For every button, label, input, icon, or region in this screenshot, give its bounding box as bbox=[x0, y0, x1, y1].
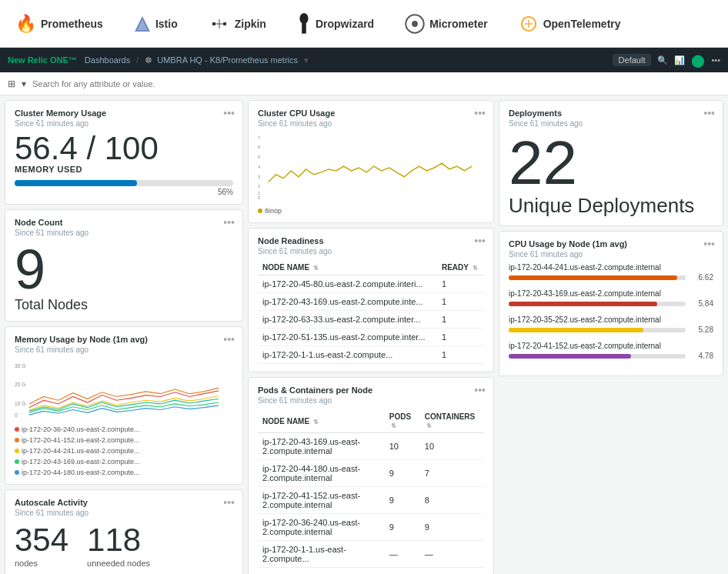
cpu-value: 5.28 bbox=[690, 325, 713, 334]
svg-text:0: 0 bbox=[258, 195, 261, 200]
cpu-value: 6.62 bbox=[690, 273, 713, 282]
svg-point-6 bbox=[299, 13, 308, 24]
cpu-bar-row: 6.62 bbox=[509, 273, 713, 282]
cpu-bar-bg bbox=[509, 328, 686, 332]
node-readiness-menu[interactable]: ••• bbox=[474, 235, 486, 247]
cpu-bar-row: 5.84 bbox=[509, 299, 713, 308]
table-row: ip-172-20-41-152.us-east-2.compute.inter… bbox=[258, 487, 484, 514]
pods-containers-title: Pods & Containers per Node bbox=[258, 385, 484, 395]
default-button[interactable]: Default bbox=[613, 54, 652, 66]
nav-prometheus[interactable]: UMBRA HQ - K8/Prometheus metrics bbox=[157, 55, 298, 65]
table-row: ip-172-20-43-169.us-east-2.compute.inte.… bbox=[258, 293, 484, 311]
table-row: ip-172-20-51-135.us-east-2.compute.inter… bbox=[258, 329, 484, 346]
search-icon[interactable]: 🔍 bbox=[657, 55, 668, 65]
col-pods-node[interactable]: NODE NAME ⇅ bbox=[258, 409, 385, 433]
cpu-node-menu[interactable]: ••• bbox=[703, 238, 715, 250]
filter-icon[interactable]: ⊞ bbox=[8, 78, 15, 89]
memory-node-card: Memory Usage by Node (1m avg) Since 61 m… bbox=[5, 326, 243, 485]
memory-node-menu[interactable]: ••• bbox=[223, 333, 235, 345]
node-name: ip-172-20-1-1.us-east-2.compute... bbox=[258, 346, 437, 364]
cluster-cpu-menu[interactable]: ••• bbox=[474, 107, 486, 119]
svg-text:4: 4 bbox=[258, 165, 261, 169]
search-input[interactable] bbox=[32, 79, 720, 88]
pods-count: 9 bbox=[385, 487, 420, 514]
memory-progress-bg bbox=[15, 180, 233, 186]
cluster-memory-title: Cluster Memory Usage bbox=[15, 108, 233, 118]
pods-count: 9 bbox=[385, 460, 420, 487]
svg-text:0: 0 bbox=[15, 412, 18, 418]
micrometer-icon bbox=[405, 14, 425, 34]
node-count-card: Node Count Since 61 minutes ago ••• 9 To… bbox=[5, 209, 243, 322]
col-ready[interactable]: READY ⇅ bbox=[437, 260, 484, 275]
istio-label: Istio bbox=[155, 18, 178, 30]
legend-item-4: ip-172-20-43-169.us-east-2.compute... bbox=[15, 458, 140, 466]
cluster-memory-subtitle: Since 61 minutes ago bbox=[15, 119, 233, 128]
zipkin-logo: Zipkin bbox=[209, 15, 266, 32]
cpu-bar-row: 5.28 bbox=[509, 325, 713, 334]
node-ready: 1 bbox=[437, 329, 484, 346]
opentelemetry-logo: OpenTelemetry bbox=[519, 14, 621, 34]
autoscale-menu[interactable]: ••• bbox=[223, 496, 235, 509]
cluster-cpu-chart: 7 6 5 4 3 2 1 0 04:50 PM 05:00 PM 05:10 … bbox=[258, 132, 484, 202]
node-count-value: 9 bbox=[15, 242, 233, 297]
node-count-subtitle: Since 61 minutes ago bbox=[15, 229, 233, 237]
cpu-bar-fill bbox=[509, 275, 677, 280]
autoscale-subtitle: Since 61 minutes ago bbox=[15, 509, 233, 517]
cluster-memory-menu[interactable]: ••• bbox=[223, 107, 235, 119]
zipkin-icon bbox=[209, 15, 230, 32]
cluster-cpu-subtitle: Since 61 minutes ago bbox=[258, 119, 484, 128]
table-row: ip-172-20-36-240.us-east-2.compute.inter… bbox=[258, 514, 484, 541]
node-count-menu[interactable]: ••• bbox=[223, 216, 235, 229]
nav-icon-k8: ☸ bbox=[145, 55, 152, 65]
node-readiness-title: Node Readiness bbox=[258, 236, 484, 245]
chart-icon[interactable]: 📊 bbox=[674, 55, 685, 65]
containers-count: 7 bbox=[420, 460, 484, 487]
cpu-node-card: CPU Usage by Node (1m avg) Since 61 minu… bbox=[499, 231, 723, 376]
deployments-label: Unique Deployments bbox=[509, 194, 713, 218]
autoscale-nodes: 354 nodes bbox=[15, 522, 68, 568]
legend-item-2: ip-172-20-41-152.us-east-2.compute... bbox=[15, 436, 140, 444]
cpu-bar-fill bbox=[509, 354, 631, 359]
svg-point-2 bbox=[212, 22, 215, 25]
cpu-node-name: ip-172-20-44-241.us-east-2.compute.inter… bbox=[509, 263, 713, 272]
node-name: ip-172-20-63-33.us-east-2.compute.inter.… bbox=[258, 311, 437, 329]
micrometer-logo: Micrometer bbox=[405, 14, 487, 34]
memory-node-title: Memory Usage by Node (1m avg) bbox=[15, 335, 233, 344]
memory-progress-label: 56% bbox=[15, 188, 233, 196]
col-pods[interactable]: PODS ⇅ bbox=[385, 409, 420, 433]
cpu-node-subtitle: Since 61 minutes ago bbox=[509, 250, 713, 259]
dropwizard-icon bbox=[297, 13, 311, 35]
cpu-bar-bg bbox=[509, 302, 686, 306]
filter-dropdown[interactable]: ▾ bbox=[22, 78, 26, 89]
filter-bar: ⊞ ▾ bbox=[0, 72, 728, 95]
zipkin-label: Zipkin bbox=[235, 18, 266, 30]
pods-containers-subtitle: Since 61 minutes ago bbox=[258, 396, 484, 405]
cpu-node-title: CPU Usage by Node (1m avg) bbox=[509, 239, 713, 249]
pods-containers-menu[interactable]: ••• bbox=[474, 384, 486, 396]
autoscale-unneeded-value: 118 bbox=[87, 522, 150, 559]
pods-node-name: ip-172-20-43-169.us-east-2.compute.inter… bbox=[258, 433, 385, 460]
more-icon[interactable]: ••• bbox=[711, 55, 720, 65]
activity-icon[interactable]: ⬤ bbox=[691, 53, 705, 68]
deployments-menu[interactable]: ••• bbox=[703, 107, 715, 119]
cluster-cpu-title: Cluster CPU Usage bbox=[258, 108, 484, 118]
right-spacer bbox=[499, 381, 723, 574]
memory-node-chart: 30 G 20 G 10 G 0 04:50 PM 05:00 PM 05:10… bbox=[15, 359, 233, 420]
cpu-bar-row: 4.78 bbox=[509, 352, 713, 360]
nav-dashboards[interactable]: Dashboards bbox=[85, 55, 130, 65]
cpu-bar-bg bbox=[509, 275, 686, 280]
istio-icon bbox=[134, 15, 151, 32]
right-column: Deployments Since 61 minutes ago ••• 22 … bbox=[499, 100, 723, 574]
dropwizard-label: Dropwizard bbox=[316, 18, 374, 30]
cluster-cpu-card: Cluster CPU Usage Since 61 minutes ago •… bbox=[248, 100, 494, 223]
autoscale-unneeded-label: unneeded nodes bbox=[87, 559, 150, 568]
node-readiness-card: Node Readiness Since 61 minutes ago ••• … bbox=[248, 228, 494, 372]
col-node-name[interactable]: NODE NAME ⇅ bbox=[258, 260, 437, 275]
col-containers[interactable]: CONTAINERS ⇅ bbox=[420, 409, 484, 433]
cluster-memory-card: Cluster Memory Usage Since 61 minutes ag… bbox=[5, 100, 243, 205]
pods-count: 10 bbox=[385, 433, 420, 460]
svg-rect-7 bbox=[302, 22, 306, 33]
node-ready: 1 bbox=[437, 311, 484, 329]
table-row: ip-172-20-63-33.us-east-2.compute.inter.… bbox=[258, 311, 484, 329]
deployments-count: 22 bbox=[509, 132, 713, 194]
